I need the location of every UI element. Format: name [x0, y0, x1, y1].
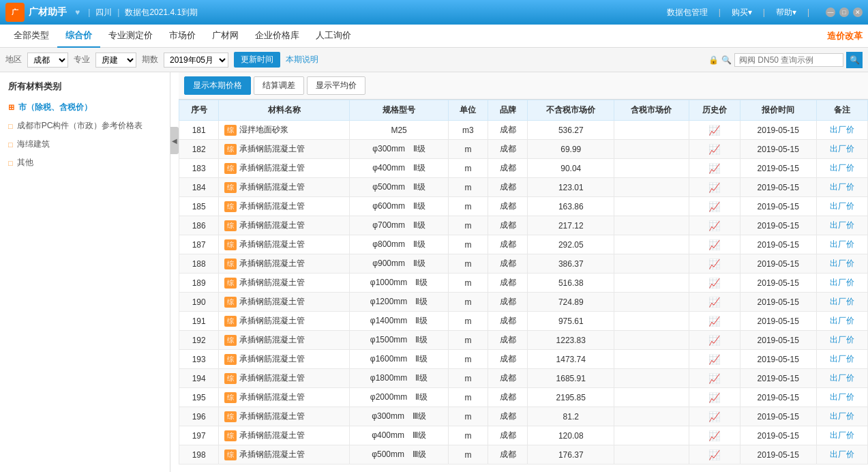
cell-remark[interactable]: 出厂价 — [816, 178, 867, 197]
tab-enterprise[interactable]: 企业价格库 — [247, 25, 308, 48]
win-close-btn[interactable]: ✕ — [853, 8, 863, 17]
remark-link[interactable]: 出厂价 — [830, 373, 854, 383]
tab-comprehensive[interactable]: 综合价 — [57, 25, 100, 48]
cell-trend[interactable]: 📈 — [689, 254, 740, 274]
sidebar-item-pc[interactable]: □ 成都市PC构件（市政）参考价格表 — [0, 117, 170, 135]
cell-trend[interactable]: 📈 — [689, 274, 740, 293]
remark-link[interactable]: 出厂价 — [830, 125, 854, 134]
region-selector[interactable]: 四川 — [95, 7, 112, 18]
cell-trend[interactable]: 📈 — [689, 140, 740, 159]
cell-remark[interactable]: 出厂价 — [816, 350, 867, 369]
cell-remark[interactable]: 出厂价 — [816, 197, 867, 216]
remark-link[interactable]: 出厂价 — [830, 182, 854, 192]
cell-trend[interactable]: 📈 — [689, 178, 740, 197]
settlement-adjust-btn[interactable]: 结算调差 — [254, 76, 304, 95]
tab-market[interactable]: 市场价 — [161, 25, 204, 48]
show-period-price-btn[interactable]: 显示本期价格 — [184, 76, 251, 95]
cell-trend[interactable]: 📈 — [689, 159, 740, 178]
cell-remark[interactable]: 出厂价 — [816, 445, 867, 464]
trend-chart-icon[interactable]: 📈 — [708, 392, 720, 403]
cell-trend[interactable]: 📈 — [689, 197, 740, 216]
cell-remark[interactable]: 出厂价 — [816, 369, 867, 388]
trend-chart-icon[interactable]: 📈 — [708, 259, 720, 269]
cell-remark[interactable]: 出厂价 — [816, 293, 867, 312]
cell-remark[interactable]: 出厂价 — [816, 216, 867, 235]
remark-link[interactable]: 出厂价 — [830, 316, 854, 325]
remark-link[interactable]: 出厂价 — [830, 259, 854, 268]
cell-remark[interactable]: 出厂价 — [816, 312, 867, 331]
win-minimize-btn[interactable]: — — [826, 8, 835, 17]
remark-link[interactable]: 出厂价 — [830, 392, 854, 402]
sidebar-item-haimian[interactable]: □ 海绵建筑 — [0, 135, 170, 153]
trend-chart-icon[interactable]: 📈 — [708, 201, 720, 212]
trend-chart-icon[interactable]: 📈 — [708, 449, 720, 460]
sidebar-item-other[interactable]: □ 其他 — [0, 153, 170, 172]
cell-remark[interactable]: 出厂价 — [816, 274, 867, 293]
cell-remark[interactable]: 出厂价 — [816, 121, 867, 140]
period-note-link[interactable]: 本期说明 — [286, 54, 318, 65]
cell-trend[interactable]: 📈 — [689, 369, 740, 388]
trend-chart-icon[interactable]: 📈 — [708, 373, 720, 384]
remark-link[interactable]: 出厂价 — [830, 220, 854, 230]
cell-trend[interactable]: 📈 — [689, 331, 740, 350]
remark-link[interactable]: 出厂价 — [830, 239, 854, 249]
trend-chart-icon[interactable]: 📈 — [708, 354, 720, 365]
cell-trend[interactable]: 📈 — [689, 312, 740, 331]
period-select[interactable]: 2019年05月 — [164, 53, 228, 68]
search-input[interactable] — [734, 53, 843, 67]
remark-link[interactable]: 出厂价 — [830, 297, 854, 306]
cell-trend[interactable]: 📈 — [689, 388, 740, 407]
cell-remark[interactable]: 出厂价 — [816, 331, 867, 350]
search-button[interactable]: 🔍 — [846, 52, 863, 68]
cell-remark[interactable]: 出厂价 — [816, 407, 867, 426]
sidebar-collapse-handle[interactable]: ◀ — [170, 127, 179, 154]
trend-chart-icon[interactable]: 📈 — [708, 182, 720, 193]
update-time-btn[interactable]: 更新时间 — [234, 52, 280, 68]
buy-btn[interactable]: 购买▾ — [732, 7, 752, 18]
tab-gcwang[interactable]: 广材网 — [204, 25, 247, 48]
remark-link[interactable]: 出厂价 — [830, 278, 854, 287]
cell-trend[interactable]: 📈 — [689, 407, 740, 426]
trend-chart-icon[interactable]: 📈 — [708, 163, 720, 174]
pkg-mgmt-btn[interactable]: 数据包管理 — [667, 7, 708, 18]
tab-manual[interactable]: 人工询价 — [308, 25, 359, 48]
help-btn[interactable]: 帮助▾ — [776, 7, 796, 18]
remark-link[interactable]: 出厂价 — [830, 201, 854, 211]
cell-remark[interactable]: 出厂价 — [816, 388, 867, 407]
trend-chart-icon[interactable]: 📈 — [708, 278, 720, 289]
remark-link[interactable]: 出厂价 — [830, 335, 854, 344]
region-select[interactable]: 成都 — [27, 53, 68, 68]
cell-trend[interactable]: 📈 — [689, 445, 740, 464]
cell-trend[interactable]: 📈 — [689, 293, 740, 312]
trend-chart-icon[interactable]: 📈 — [708, 297, 720, 308]
tab-professional[interactable]: 专业测定价 — [100, 25, 161, 48]
cell-trend[interactable]: 📈 — [689, 235, 740, 254]
trend-chart-icon[interactable]: 📈 — [708, 125, 720, 136]
remark-link[interactable]: 出厂价 — [830, 411, 854, 421]
trend-chart-icon[interactable]: 📈 — [708, 220, 720, 231]
cell-remark[interactable]: 出厂价 — [816, 159, 867, 178]
remark-link[interactable]: 出厂价 — [830, 449, 854, 459]
professional-select[interactable]: 房建 — [95, 53, 136, 68]
cell-remark[interactable]: 出厂价 — [816, 235, 867, 254]
cell-trend[interactable]: 📈 — [689, 426, 740, 445]
cell-remark[interactable]: 出厂价 — [816, 140, 867, 159]
data-pkg-info[interactable]: 数据包2021.4.1到期 — [125, 7, 198, 18]
remark-link[interactable]: 出厂价 — [830, 163, 854, 173]
trend-chart-icon[interactable]: 📈 — [708, 335, 720, 346]
cell-trend[interactable]: 📈 — [689, 216, 740, 235]
cell-trend[interactable]: 📈 — [689, 121, 740, 140]
cell-remark[interactable]: 出厂价 — [816, 254, 867, 274]
trend-chart-icon[interactable]: 📈 — [708, 411, 720, 422]
remark-link[interactable]: 出厂价 — [830, 430, 854, 440]
win-maximize-btn[interactable]: □ — [839, 8, 849, 17]
trend-chart-icon[interactable]: 📈 — [708, 239, 720, 250]
cell-remark[interactable]: 出厂价 — [816, 426, 867, 445]
sidebar-item-market-city[interactable]: ⊞ 市（除税、含税价） — [0, 98, 170, 117]
cell-trend[interactable]: 📈 — [689, 350, 740, 369]
remark-link[interactable]: 出厂价 — [830, 144, 854, 153]
remark-link[interactable]: 出厂价 — [830, 354, 854, 364]
tab-all[interactable]: 全部类型 — [5, 25, 57, 48]
show-avg-price-btn[interactable]: 显示平均价 — [307, 76, 365, 95]
trend-chart-icon[interactable]: 📈 — [708, 316, 720, 327]
